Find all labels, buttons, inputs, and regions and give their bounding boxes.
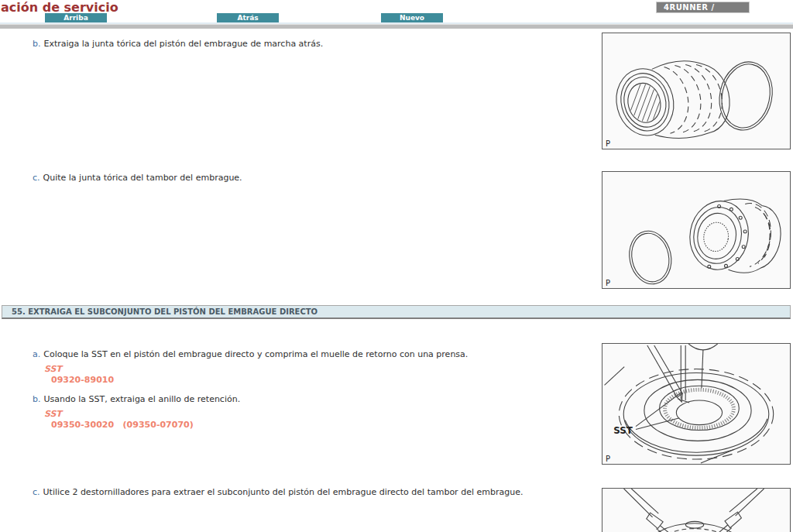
figure-reverse-clutch-drum-oring: P (602, 33, 791, 149)
nav-button-nuevo[interactable]: Nuevo (381, 13, 443, 22)
nav-button-atras[interactable]: Atrás (217, 13, 279, 22)
figure-sst-compress-spring: SST P (602, 343, 791, 465)
step-text: Coloque la SST en el pistón del embrague… (43, 349, 468, 359)
step-item: b.Usando la SST, extraiga el anillo de r… (33, 394, 240, 404)
step-text: Quite la junta tórica del tambor del emb… (43, 173, 242, 183)
sst-press-illustration: SST (602, 344, 790, 464)
sst-code: 09350-30020 (09350-07070) (51, 420, 194, 430)
nav-button-arriba[interactable]: Arriba (45, 13, 107, 22)
step-letter: b. (33, 39, 40, 49)
step-letter: b. (33, 394, 40, 404)
step-text: Usando la SST, extraiga el anillo de ret… (43, 394, 240, 404)
figure-screwdrivers-remove-piston (602, 488, 791, 532)
clutch-drum-and-oring-illustration (602, 33, 790, 149)
figure-clutch-drum-oring: P (602, 171, 791, 289)
model-button[interactable]: 4RUNNER / (656, 2, 750, 13)
step-letter: c. (33, 487, 40, 497)
step-item: c.Quite la junta tórica del tambor del e… (33, 173, 242, 183)
sst-label: SST (44, 364, 62, 374)
figure-corner-label: P (606, 140, 610, 148)
step-letter: a. (33, 349, 40, 359)
step-letter: c. (33, 173, 40, 183)
figure-corner-label: P (606, 280, 610, 287)
figure-corner-label: P (606, 455, 610, 463)
sst-code: 09320-89010 (51, 375, 114, 385)
step-text: Utilice 2 destornilladores para extraer … (43, 487, 524, 497)
sst-label: SST (44, 409, 62, 419)
sst-annotation: SST (613, 425, 633, 436)
header-divider-bar (0, 24, 793, 29)
service-info-page: ación de servicio 4RUNNER / Arriba Atrás… (0, 0, 793, 532)
step-text: Extraiga la junta tórica del pistón del … (43, 39, 323, 49)
section-heading: 55. EXTRAIGA EL SUBCONJUNTO DEL PISTÓN D… (2, 305, 791, 319)
step-item: b.Extraiga la junta tórica del pistón de… (33, 39, 323, 49)
step-item: c.Utilice 2 destornilladores para extrae… (33, 487, 523, 497)
step-item: a.Coloque la SST en el pistón del embrag… (33, 349, 468, 359)
oring-and-clutch-drum-illustration (602, 172, 790, 288)
screwdrivers-illustration (602, 489, 790, 532)
